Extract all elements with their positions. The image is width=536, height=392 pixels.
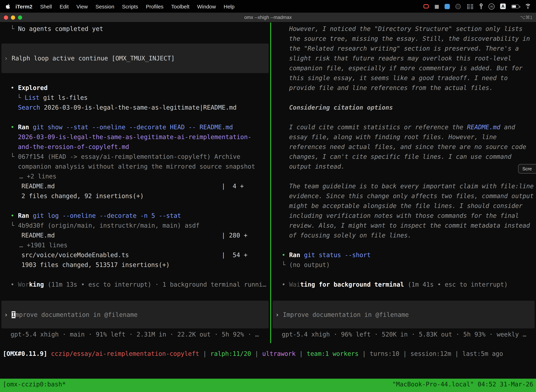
screen: iTerm2ShellEditViewSessionScriptsProfile… <box>0 0 536 392</box>
window-title: omx --xhigh --madmax <box>244 15 292 20</box>
prompt-chevron: › <box>275 311 283 318</box>
prompt-input-right[interactable]: › Improve documentation in @filename <box>273 301 535 328</box>
terminal-line: └ (no output) <box>271 260 536 270</box>
terminal-line: changes, I can't cite specific file line… <box>271 152 536 162</box>
text-segment: | <box>451 350 462 357</box>
menu-item-edit[interactable]: Edit <box>56 3 73 9</box>
text-segment: gpt-5.4 xhigh · 96% left · 520K in · 5.8… <box>282 331 526 338</box>
terminal-line: └ List git ls-files <box>0 93 270 103</box>
text-segment: companion file, especially if more comme… <box>289 65 523 72</box>
omx-status-line: [OMX#0.11.9] cczip/essay/ai-reimplementa… <box>0 349 536 359</box>
text-segment: Ran <box>18 212 29 219</box>
menu-item-profiles[interactable]: Profiles <box>142 3 168 9</box>
text-segment: Ran <box>289 252 300 258</box>
terminal-line: However, I noticed the "Directory Struct… <box>271 24 536 34</box>
text-segment: (no output) <box>289 261 330 268</box>
window-title-bar[interactable]: omx --xhigh --madmax ⌥⌘1 <box>0 13 536 23</box>
terminal-line: companion analysis without altering the … <box>0 162 270 171</box>
menu-item-shell[interactable]: Shell <box>36 3 56 9</box>
ralph-loop-banner-text: › Ralph loop active continue [OMX_TMUX_I… <box>1 53 269 63</box>
battery-icon[interactable] <box>511 5 519 8</box>
blue-app-icon[interactable] <box>445 4 450 9</box>
text-segment: 2 files changed, 92 insertions(+) <box>21 192 144 200</box>
terminal-line: companion file, especially if more comme… <box>271 63 536 73</box>
prompt-input-left[interactable]: › Improve documentation in @filename <box>1 301 269 328</box>
menu-item-iterm2[interactable]: iTerm2 <box>12 3 36 9</box>
text-segment <box>29 212 33 219</box>
percent-ring-icon[interactable]: .61 <box>488 3 494 9</box>
tree-corner-glyph: └ <box>10 153 18 160</box>
team-workers: team:1 workers <box>307 350 359 357</box>
minimize-button[interactable] <box>11 15 15 19</box>
terminal-line: evidence. Since this change only affects… <box>271 191 536 201</box>
text-segment: Improve documentation in @filename <box>283 311 409 318</box>
text-segment: mprove documentation in @filename <box>15 311 138 318</box>
text-segment: … +2 lines <box>19 173 57 180</box>
terminal-line: the "Related research writing" section i… <box>271 44 536 53</box>
terminal-line: The team guideline is to back every impo… <box>271 181 536 191</box>
text-segment: companion analysis without altering the … <box>18 163 255 170</box>
terminal-line: including verification notes with those … <box>271 211 536 221</box>
text-segment: Ran <box>18 124 29 131</box>
text-segment: this single essay, it seems like a good … <box>289 75 508 81</box>
dots-grid-icon[interactable]: ⣿⣿ <box>467 3 474 9</box>
terminal-line: this single essay, it seems like a good … <box>271 73 536 83</box>
right-pane[interactable]: However, I noticed the "Directory Struct… <box>271 23 536 343</box>
terminal-line: the source tree, missing the essay. Stil… <box>271 34 536 44</box>
menu-item-scripts[interactable]: Scripts <box>118 3 142 9</box>
text-segment: 4b9d30f (origin/main, instructkr/main, m… <box>18 222 200 229</box>
terminal-line: 1903 files changed, 513517 insertions(+) <box>0 260 270 270</box>
menu-item-session[interactable]: Session <box>92 3 118 9</box>
ralph-loop-banner: › Ralph loop active continue [OMX_TMUX_I… <box>1 44 269 73</box>
screen-recording-indicator[interactable] <box>424 4 429 9</box>
terminal-line: and-the-erosion-of-copyleft.md <box>0 142 270 152</box>
dark-app-icon[interactable] <box>456 4 461 9</box>
menu-item-help[interactable]: Help <box>220 3 239 9</box>
keyboard-grid-icon[interactable]: ▦ <box>435 3 439 9</box>
text-segment: | <box>199 350 210 357</box>
text-segment: might be acceptable alongside the file l… <box>289 202 523 209</box>
tmux-session-label: [omx-cczip0:bash* <box>3 380 66 389</box>
close-button[interactable] <box>4 15 8 19</box>
terminal-line: references need actual files, and since … <box>271 142 536 152</box>
session-status-line-left: gpt-5.4 xhigh · main · 91% left · 2.31M … <box>0 330 270 339</box>
terminal-line: 2 files changed, 92 insertions(+) <box>0 191 270 201</box>
text-segment: essay file, along with finding root file… <box>289 134 497 140</box>
tmux-host-clock: "MacBook-Pro-44.local" 04:52 31-Mar-26 <box>392 380 533 389</box>
text-segment: git status --short <box>304 252 371 258</box>
tmux-status-bar: [omx-cczip0:bash* "MacBook-Pro-44.local"… <box>0 379 536 392</box>
tree-corner-glyph: └ <box>282 261 289 268</box>
terminal-line: Search 2026-03-09-is-legal-the-same-as-l… <box>0 103 270 112</box>
window-shortcut-badge: ⌥⌘1 <box>520 15 532 20</box>
zoom-button[interactable] <box>18 15 22 19</box>
key-icon[interactable] <box>479 3 483 9</box>
menu-bar-left: iTerm2ShellEditViewSessionScriptsProfile… <box>6 3 238 9</box>
ultrawork-badge: ultrawork <box>262 350 296 357</box>
working-status-line: • Working (11m 13s • esc to interrupt) ·… <box>0 280 270 289</box>
left-pane[interactable]: └ No agents completed yet› Ralph loop ac… <box>0 23 270 343</box>
text-segment <box>300 252 304 258</box>
terminal-line: of focusing solely on file lines. <box>271 230 536 240</box>
text-segment: Search <box>18 104 40 111</box>
terminal-line: review. Also, I might want to inspect th… <box>271 221 536 230</box>
text-segment: provide file and line references from th… <box>289 84 493 91</box>
text-segment: slight risk that future readers may over… <box>289 55 511 62</box>
input-source-icon[interactable]: A <box>500 4 506 9</box>
last-activity: last:5m ago <box>462 350 503 357</box>
text-segment: ting for background terminal <box>300 281 404 288</box>
text-segment <box>47 350 51 357</box>
text-segment: of focusing solely on file lines. <box>289 232 411 239</box>
screenshot-overlay-button[interactable]: Scre <box>518 164 536 173</box>
menu-item-window[interactable]: Window <box>193 3 220 9</box>
wifi-icon[interactable] <box>525 4 531 9</box>
menu-item-toolbelt[interactable]: Toolbelt <box>168 3 193 9</box>
terminal-line: … +1901 lines <box>0 240 270 250</box>
terminal-line: └ 067f154 (HEAD -> essay/ai-reimplementa… <box>0 152 270 162</box>
terminal: └ No agents completed yet› Ralph loop ac… <box>0 23 536 392</box>
apple-menu-icon[interactable] <box>6 4 10 9</box>
menu-item-view[interactable]: View <box>73 3 92 9</box>
bullet: • <box>10 124 18 131</box>
text-segment: and-the-erosion-of-copyleft.md <box>18 143 129 150</box>
text-segment: evidence. Since this change only affects… <box>289 192 534 200</box>
text-segment: README.md | 280 + <box>21 232 247 239</box>
